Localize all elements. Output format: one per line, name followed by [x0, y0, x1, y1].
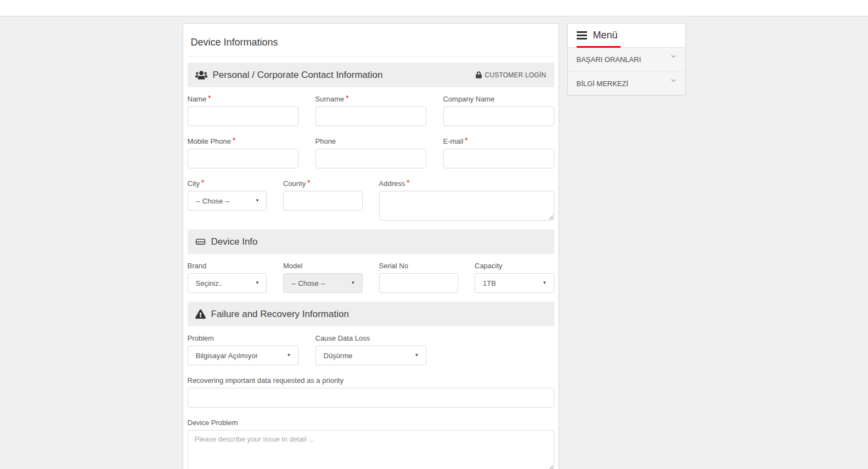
top-navbar — [0, 0, 868, 16]
cause-data-loss-label: Cause Data Loss — [315, 334, 426, 342]
required-mark: * — [407, 178, 409, 187]
field-serial-no: Serial No — [379, 262, 459, 293]
field-phone: Phone — [315, 137, 426, 168]
section-header-contact: Personal / Corporate Contact Information… — [188, 63, 554, 87]
county-input[interactable] — [283, 191, 363, 211]
email-label: E-mail* — [443, 137, 554, 145]
caret-down-icon: ▼ — [351, 281, 356, 285]
field-problem: Problem Bilgisayar Açılmıyor ▼ — [188, 334, 298, 365]
hdd-icon — [195, 236, 206, 247]
field-name: Name* — [188, 95, 298, 126]
caret-down-icon: ▼ — [255, 281, 260, 285]
required-mark: * — [233, 136, 235, 144]
chevron-down-icon — [670, 77, 677, 83]
field-email: E-mail* — [443, 137, 554, 168]
device-informations-card: Device Informations Personal / Corporate… — [183, 23, 559, 469]
field-cause-data-loss: Cause Data Loss Düşürme ▼ — [315, 334, 426, 365]
sidebar-menu: Menü BAŞARI ORANLARI BİLGİ MERKEZİ — [567, 23, 686, 95]
customer-login-label: CUSTOMER LOGİN — [485, 71, 546, 79]
field-company-name: Company Name — [443, 95, 554, 126]
field-capacity: Capacity 1TB ▼ — [475, 262, 554, 293]
section-header-failure: Failure and Recovery Information — [188, 302, 554, 326]
page-content: Device Informations Personal / Corporate… — [0, 16, 868, 469]
chevron-down-icon — [670, 53, 677, 59]
city-label: City* — [188, 179, 267, 188]
section-title-failure: Failure and Recovery Information — [211, 309, 349, 320]
field-surname: Surname* — [315, 95, 426, 126]
warning-triangle-icon — [195, 309, 206, 319]
city-select-value: -- Chose -- — [196, 197, 230, 205]
page-title: Device Informations — [188, 28, 554, 56]
field-empty-spacer — [443, 334, 554, 365]
priority-data-input[interactable] — [188, 388, 554, 408]
model-label: Model — [283, 262, 363, 270]
phone-label: Phone — [315, 137, 426, 145]
email-input[interactable] — [443, 149, 554, 168]
device-problem-textarea[interactable] — [188, 430, 554, 469]
capacity-label: Capacity — [475, 262, 554, 270]
problem-label: Problem — [188, 334, 298, 342]
brand-select[interactable]: Seçiniz.. ▼ — [188, 273, 267, 293]
cause-data-loss-select[interactable]: Düşürme ▼ — [315, 346, 426, 365]
menu-accent-underline — [577, 46, 621, 48]
model-select[interactable]: -- Chose -- ▼ — [283, 273, 363, 293]
county-label: County* — [283, 179, 363, 188]
menu-title: Menü — [593, 30, 618, 41]
field-priority-data: Recovering important data requested as a… — [188, 376, 554, 408]
cause-data-loss-select-value: Düşürme — [324, 352, 353, 360]
required-mark: * — [465, 136, 467, 144]
required-mark: * — [346, 94, 348, 102]
menu-item-bilgi-merkezi[interactable]: BİLGİ MERKEZİ — [568, 71, 685, 95]
field-model: Model -- Chose -- ▼ — [283, 262, 363, 293]
caret-down-icon: ▼ — [543, 281, 547, 285]
name-label: Name* — [188, 95, 298, 103]
menu-header: Menü — [568, 24, 685, 48]
priority-data-label: Recovering important data requested as a… — [188, 376, 554, 385]
surname-label: Surname* — [315, 95, 426, 103]
caret-down-icon: ▼ — [255, 199, 260, 203]
capacity-select[interactable]: 1TB ▼ — [475, 273, 554, 293]
menu-items: BAŞARI ORANLARI BİLGİ MERKEZİ — [568, 48, 685, 95]
hamburger-icon — [577, 30, 587, 41]
caret-down-icon: ▼ — [287, 353, 291, 358]
model-select-value: -- Chose -- — [291, 279, 325, 287]
menu-item-label: BAŞARI ORANLARI — [577, 55, 641, 64]
required-mark: * — [307, 178, 310, 187]
field-device-problem: Device Problem — [188, 419, 554, 469]
device-problem-label: Device Problem — [188, 419, 554, 427]
surname-input[interactable] — [315, 106, 426, 126]
users-icon — [195, 70, 207, 80]
field-city: City* -- Chose -- ▼ — [188, 179, 267, 221]
capacity-select-value: 1TB — [483, 279, 496, 287]
address-label: Address* — [379, 179, 554, 188]
address-textarea[interactable] — [379, 191, 554, 221]
lock-icon — [476, 71, 482, 78]
brand-label: Brand — [188, 262, 267, 270]
mobile-phone-label: Mobile Phone* — [188, 137, 298, 145]
brand-select-value: Seçiniz.. — [196, 279, 223, 287]
section-title-contact: Personal / Corporate Contact Information — [213, 70, 383, 81]
serial-no-input[interactable] — [379, 273, 459, 293]
city-select[interactable]: -- Chose -- ▼ — [188, 191, 267, 211]
phone-input[interactable] — [315, 149, 426, 168]
caret-down-icon: ▼ — [415, 353, 419, 358]
serial-no-label: Serial No — [379, 262, 459, 270]
required-mark: * — [208, 94, 211, 102]
menu-item-basari-oranlari[interactable]: BAŞARI ORANLARI — [568, 48, 685, 71]
field-brand: Brand Seçiniz.. ▼ — [188, 262, 267, 293]
company-name-label: Company Name — [443, 95, 554, 103]
field-county: County* — [283, 179, 363, 221]
customer-login-link[interactable]: CUSTOMER LOGİN — [476, 71, 546, 79]
section-header-device: Device Info — [188, 229, 554, 254]
problem-select[interactable]: Bilgisayar Açılmıyor ▼ — [188, 346, 298, 365]
field-address: Address* — [379, 179, 554, 221]
menu-item-label: BİLGİ MERKEZİ — [577, 80, 629, 88]
company-name-input[interactable] — [443, 106, 554, 126]
required-mark: * — [201, 178, 204, 187]
problem-select-value: Bilgisayar Açılmıyor — [196, 352, 258, 360]
name-input[interactable] — [188, 106, 298, 126]
section-title-device: Device Info — [211, 236, 258, 247]
mobile-phone-input[interactable] — [188, 149, 298, 168]
field-mobile-phone: Mobile Phone* — [188, 137, 298, 168]
